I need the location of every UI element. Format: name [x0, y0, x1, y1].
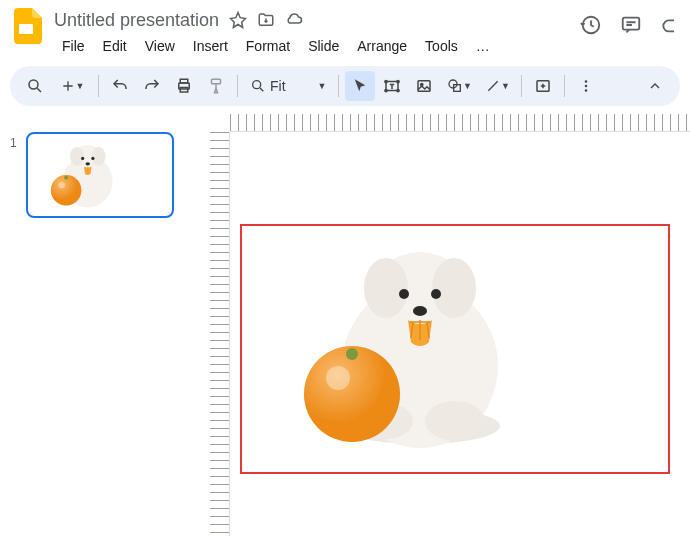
- print-button[interactable]: [169, 71, 199, 101]
- zoom-label: Fit: [270, 78, 286, 94]
- slide-canvas[interactable]: [240, 224, 670, 474]
- slide-image[interactable]: [290, 236, 520, 456]
- svg-point-25: [92, 147, 106, 166]
- svg-point-11: [397, 80, 399, 82]
- line-button[interactable]: ▼: [479, 71, 515, 101]
- svg-point-27: [91, 157, 94, 160]
- svg-point-45: [346, 348, 358, 360]
- new-slide-button[interactable]: ▼: [52, 71, 92, 101]
- slide-number: 1: [10, 136, 20, 150]
- svg-point-28: [86, 162, 90, 165]
- svg-point-31: [64, 176, 68, 180]
- app-logo[interactable]: [10, 8, 46, 44]
- svg-rect-0: [19, 24, 33, 34]
- svg-point-42: [413, 306, 427, 316]
- cloud-status-icon[interactable]: [285, 11, 303, 29]
- select-tool-button[interactable]: [345, 71, 375, 101]
- header-actions: [580, 14, 680, 36]
- shape-button[interactable]: ▼: [441, 71, 477, 101]
- workspace: 1: [0, 114, 690, 536]
- title-area: Untitled presentation File Edit View Ins…: [54, 8, 580, 58]
- filmstrip[interactable]: 1: [0, 114, 210, 536]
- svg-point-24: [70, 147, 84, 166]
- menu-file[interactable]: File: [54, 34, 93, 58]
- svg-point-35: [425, 401, 485, 441]
- transition-button[interactable]: [528, 71, 558, 101]
- svg-point-46: [326, 366, 350, 390]
- comments-icon[interactable]: [620, 14, 642, 36]
- svg-point-41: [431, 289, 441, 299]
- move-folder-icon[interactable]: [257, 11, 275, 29]
- zoom-dropdown[interactable]: Fit ▼: [244, 71, 332, 101]
- menu-edit[interactable]: Edit: [95, 34, 135, 58]
- menu-view[interactable]: View: [137, 34, 183, 58]
- svg-point-13: [397, 89, 399, 91]
- svg-point-40: [399, 289, 409, 299]
- menu-insert[interactable]: Insert: [185, 34, 236, 58]
- redo-button[interactable]: [137, 71, 167, 101]
- svg-point-30: [51, 175, 82, 206]
- svg-point-3: [29, 80, 38, 89]
- svg-point-12: [385, 89, 387, 91]
- thumbnail-image: [38, 140, 128, 210]
- svg-point-19: [585, 80, 588, 83]
- menu-format[interactable]: Format: [238, 34, 298, 58]
- svg-point-39: [432, 258, 476, 318]
- undo-button[interactable]: [105, 71, 135, 101]
- menu-bar: File Edit View Insert Format Slide Arran…: [54, 34, 580, 58]
- toolbar-container: ▼ Fit ▼ ▼ ▼: [0, 62, 690, 114]
- document-title[interactable]: Untitled presentation: [54, 10, 219, 31]
- search-menus-button[interactable]: [20, 71, 50, 101]
- history-icon[interactable]: [580, 14, 602, 36]
- toolbar: ▼ Fit ▼ ▼ ▼: [10, 66, 680, 106]
- svg-point-26: [81, 157, 84, 160]
- svg-point-20: [585, 85, 588, 88]
- svg-point-8: [253, 81, 261, 89]
- image-button[interactable]: [409, 71, 439, 101]
- collapse-toolbar-button[interactable]: [640, 71, 670, 101]
- ruler-horizontal[interactable]: [230, 114, 690, 132]
- header: Untitled presentation File Edit View Ins…: [0, 0, 690, 62]
- more-tools-button[interactable]: [571, 71, 601, 101]
- svg-rect-14: [418, 81, 430, 92]
- svg-point-38: [364, 258, 408, 318]
- slide-thumbnail-1[interactable]: [26, 132, 174, 218]
- ruler-vertical[interactable]: [210, 132, 230, 536]
- menu-arrange[interactable]: Arrange: [349, 34, 415, 58]
- svg-rect-5: [180, 79, 188, 83]
- menu-tools[interactable]: Tools: [417, 34, 466, 58]
- share-partial-icon[interactable]: [660, 14, 674, 36]
- svg-point-21: [585, 89, 588, 92]
- svg-rect-1: [623, 18, 640, 30]
- svg-rect-2: [663, 20, 674, 31]
- canvas-area[interactable]: [210, 114, 690, 536]
- paint-format-button[interactable]: [201, 71, 231, 101]
- menu-more[interactable]: …: [468, 34, 498, 58]
- svg-point-32: [59, 182, 65, 188]
- slide-thumbnail-row: 1: [10, 132, 200, 218]
- star-icon[interactable]: [229, 11, 247, 29]
- svg-point-10: [385, 80, 387, 82]
- menu-slide[interactable]: Slide: [300, 34, 347, 58]
- textbox-button[interactable]: [377, 71, 407, 101]
- svg-rect-7: [212, 79, 221, 84]
- svg-point-44: [304, 346, 400, 442]
